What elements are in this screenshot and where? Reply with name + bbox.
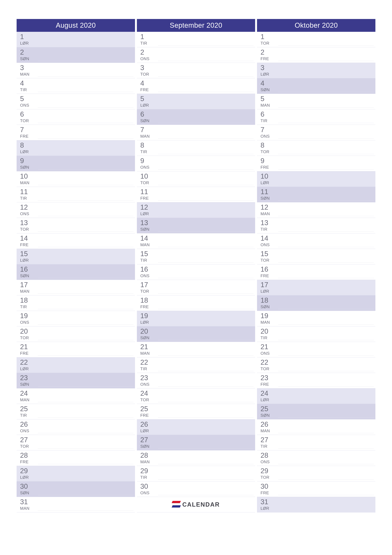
day-cell: 19ONS bbox=[17, 311, 135, 326]
day-cell: 21MAN bbox=[137, 342, 255, 358]
day-cell: 11TIR bbox=[17, 187, 135, 202]
day-number: 22 bbox=[140, 359, 254, 366]
note-line bbox=[158, 324, 254, 325]
day-cell: 18TIR bbox=[17, 295, 135, 311]
day-cell: 23ONS bbox=[137, 373, 255, 388]
day-weekday: ONS bbox=[261, 134, 374, 139]
day-cell: 6TIR bbox=[257, 109, 375, 125]
day-weekday: MAN bbox=[20, 289, 134, 294]
day-weekday: LØR bbox=[20, 475, 134, 480]
month-days: 1TIR2ONS3TOR4FRE5LØR6SØN7MAN8TIR9ONS10TO… bbox=[137, 32, 255, 512]
day-number: 13 bbox=[140, 219, 254, 226]
day-number: 30 bbox=[261, 483, 374, 490]
day-number: 5 bbox=[140, 95, 254, 102]
day-weekday: FRE bbox=[20, 134, 134, 139]
day-weekday: TOR bbox=[140, 289, 254, 294]
day-number: 10 bbox=[261, 173, 374, 180]
day-number: 17 bbox=[261, 281, 374, 288]
month-column-oktober: Oktober 2020 1TOR2FRE3LØR4SØN5MAN6TIR7ON… bbox=[257, 19, 375, 512]
note-line bbox=[278, 433, 374, 433]
day-number: 1 bbox=[20, 33, 134, 40]
note-line bbox=[158, 387, 254, 387]
note-line bbox=[278, 200, 374, 201]
day-number: 7 bbox=[20, 126, 134, 133]
day-cell: 12ONS bbox=[17, 202, 135, 218]
day-weekday: ONS bbox=[261, 242, 374, 247]
day-weekday: LØR bbox=[20, 41, 134, 46]
day-weekday: MAN bbox=[20, 506, 134, 511]
day-number: 12 bbox=[20, 204, 134, 211]
day-weekday: SØN bbox=[140, 227, 254, 232]
day-cell: 15LØR bbox=[17, 249, 135, 264]
note-line bbox=[278, 278, 374, 278]
day-weekday: TOR bbox=[261, 366, 374, 371]
note-line bbox=[158, 200, 254, 201]
day-cell: 2FRE bbox=[257, 47, 375, 63]
day-number: 16 bbox=[20, 266, 134, 273]
day-cell: 24TOR bbox=[137, 388, 255, 404]
day-weekday: TIR bbox=[20, 304, 134, 309]
note-line bbox=[158, 107, 254, 108]
month-header: Oktober 2020 bbox=[257, 19, 375, 32]
note-line bbox=[38, 278, 133, 278]
note-line bbox=[278, 495, 374, 495]
day-weekday: SØN bbox=[261, 413, 374, 418]
day-weekday: TIR bbox=[140, 149, 254, 154]
day-weekday: FRE bbox=[261, 490, 374, 495]
note-line bbox=[278, 216, 374, 216]
month-days: 1LØR2SØN3MAN4TIR5ONS6TOR7FRE8LØR9SØN10MA… bbox=[17, 32, 135, 512]
day-weekday: TOR bbox=[140, 72, 254, 77]
day-number: 26 bbox=[261, 421, 374, 428]
day-cell: 16SØN bbox=[17, 264, 135, 280]
day-weekday: SØN bbox=[140, 336, 254, 340]
day-cell: 19MAN bbox=[257, 311, 375, 326]
day-number: 29 bbox=[261, 467, 374, 474]
note-line bbox=[158, 185, 254, 185]
day-number: 8 bbox=[140, 142, 254, 149]
day-cell: 27SØN bbox=[137, 435, 255, 450]
day-cell: 29TIR bbox=[137, 466, 255, 482]
note-line bbox=[158, 61, 254, 61]
day-number: 9 bbox=[140, 157, 254, 164]
note-line bbox=[278, 402, 374, 402]
calendar-columns: August 2020 1LØR2SØN3MAN4TIR5ONS6TOR7FRE… bbox=[17, 19, 375, 512]
note-line bbox=[38, 76, 133, 77]
day-number: 19 bbox=[261, 312, 374, 319]
day-number: 21 bbox=[140, 343, 254, 350]
day-number: 27 bbox=[261, 436, 374, 443]
note-line bbox=[278, 185, 374, 185]
day-cell: 16ONS bbox=[137, 264, 255, 280]
day-weekday: ONS bbox=[20, 428, 134, 433]
day-number: 2 bbox=[140, 49, 254, 56]
day-number: 3 bbox=[20, 64, 134, 71]
day-number: 23 bbox=[20, 374, 134, 381]
day-number: 4 bbox=[20, 80, 134, 87]
day-number: 30 bbox=[20, 483, 134, 490]
day-number: 10 bbox=[20, 173, 134, 180]
day-cell: 27TIR bbox=[257, 435, 375, 450]
day-number: 28 bbox=[20, 452, 134, 459]
day-number: 4 bbox=[261, 80, 374, 87]
day-cell: 5ONS bbox=[17, 94, 135, 109]
day-cell: 12LØR bbox=[137, 202, 255, 218]
day-number: 25 bbox=[20, 405, 134, 412]
note-line bbox=[38, 169, 133, 170]
day-cell: 7MAN bbox=[137, 125, 255, 140]
day-number: 20 bbox=[20, 328, 134, 335]
day-number: 2 bbox=[20, 49, 134, 56]
day-number: 1 bbox=[261, 33, 374, 40]
day-weekday: LØR bbox=[140, 211, 254, 216]
day-cell: 26MAN bbox=[257, 419, 375, 435]
day-cell: 13TOR bbox=[17, 218, 135, 233]
note-line bbox=[278, 61, 374, 61]
day-weekday: MAN bbox=[20, 397, 134, 402]
day-weekday: FRE bbox=[140, 196, 254, 201]
day-cell: 30FRE bbox=[257, 482, 375, 497]
day-weekday: TOR bbox=[261, 41, 374, 46]
day-number: 6 bbox=[261, 111, 374, 118]
day-number: 26 bbox=[140, 421, 254, 428]
day-weekday: FRE bbox=[140, 413, 254, 418]
day-weekday: ONS bbox=[140, 56, 254, 61]
day-cell: 8LØR bbox=[17, 140, 135, 156]
day-cell: 11FRE bbox=[137, 187, 255, 202]
